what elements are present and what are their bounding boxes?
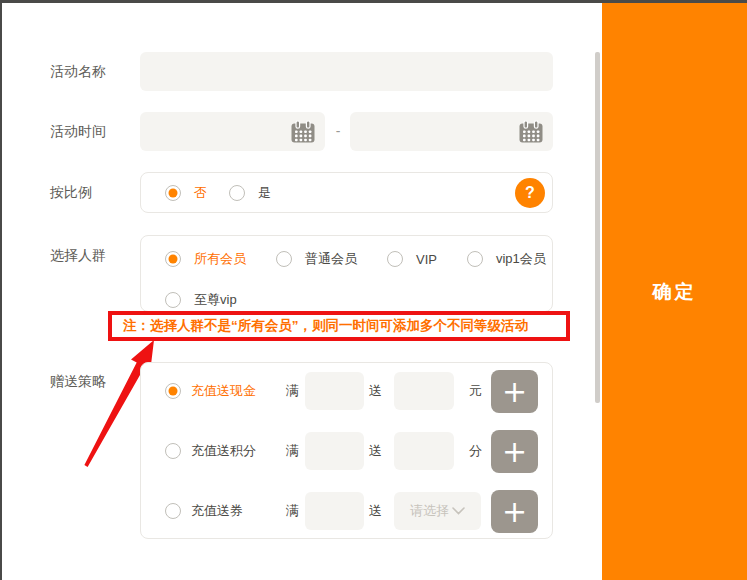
threshold-prefix-label: 满	[286, 489, 299, 533]
radio-selected-icon[interactable]	[165, 383, 181, 399]
activity-name-input[interactable]	[140, 52, 553, 91]
radio-icon[interactable]	[229, 185, 245, 201]
radio-option-label: 否	[194, 184, 207, 202]
radio-icon[interactable]	[387, 251, 403, 267]
unit-label: 分	[469, 429, 482, 473]
crowd-options-row-2: 至尊vip	[165, 288, 552, 312]
radio-option-label: 所有会员	[194, 250, 246, 268]
date-range-separator: -	[325, 112, 351, 151]
by-ratio-option-no[interactable]: 否	[165, 184, 207, 202]
radio-icon[interactable]	[165, 292, 181, 308]
unit-label: 元	[469, 369, 482, 413]
chevron-down-icon	[452, 507, 465, 515]
crowd-options-row-1: 所有会员 普通会员 VIP vip1会员	[165, 247, 552, 271]
strategy-group: 充值送现金 满 送 元 + 充值送积分 满 送 分 + 充值送券	[140, 362, 553, 539]
strategy-row-coupon: 充值送券 满 送 请选择 +	[141, 489, 552, 533]
radio-icon[interactable]	[467, 251, 483, 267]
window-left-edge	[0, 0, 2, 580]
threshold-prefix-label: 满	[286, 369, 299, 413]
crowd-group: 所有会员 普通会员 VIP vip1会员 至尊vip	[140, 235, 553, 312]
radio-option-label: 充值送现金	[191, 382, 256, 400]
radio-option-label: VIP	[416, 252, 437, 267]
radio-option-label: vip1会员	[496, 250, 546, 268]
by-ratio-group: 否 是 ?	[140, 172, 553, 213]
confirm-button-label: 确定	[653, 279, 697, 305]
activity-time-label: 活动时间	[50, 123, 106, 141]
cash-threshold-input[interactable]	[305, 372, 364, 410]
calendar-icon	[290, 120, 316, 144]
cash-give-input[interactable]	[394, 372, 454, 410]
start-date-input[interactable]	[140, 112, 325, 151]
give-label: 送	[369, 429, 382, 473]
activity-name-label: 活动名称	[50, 63, 106, 81]
radio-icon[interactable]	[165, 503, 181, 519]
give-label: 送	[369, 489, 382, 533]
add-points-rule-button[interactable]: +	[491, 430, 538, 473]
end-date-input[interactable]	[350, 112, 553, 151]
add-cash-rule-button[interactable]: +	[491, 370, 538, 413]
strategy-option-cash[interactable]: 充值送现金	[165, 382, 256, 400]
scrollbar-thumb[interactable]	[595, 52, 600, 403]
radio-selected-icon[interactable]	[165, 251, 181, 267]
radio-option-label: 至尊vip	[194, 291, 237, 309]
by-ratio-label: 按比例	[50, 184, 92, 202]
crowd-option-supreme-vip[interactable]: 至尊vip	[165, 291, 237, 309]
strategy-label: 赠送策略	[50, 373, 106, 391]
radio-option-label: 充值送券	[191, 502, 243, 520]
strategy-option-points[interactable]: 充值送积分	[165, 442, 256, 460]
crowd-option-all-members[interactable]: 所有会员	[165, 250, 246, 268]
strategy-option-coupon[interactable]: 充值送券	[165, 502, 243, 520]
crowd-option-vip[interactable]: VIP	[387, 251, 437, 267]
radio-icon[interactable]	[276, 251, 292, 267]
note-text: 注：选择人群不是“所有会员”，则同一时间可添加多个不同等级活动	[112, 317, 528, 335]
crowd-option-normal-members[interactable]: 普通会员	[276, 250, 357, 268]
add-coupon-rule-button[interactable]: +	[491, 490, 538, 533]
help-icon[interactable]: ?	[515, 178, 545, 208]
radio-icon[interactable]	[165, 443, 181, 459]
points-give-input[interactable]	[394, 432, 454, 470]
coupon-select-placeholder: 请选择	[410, 502, 449, 520]
radio-selected-icon[interactable]	[165, 185, 181, 201]
radio-option-label: 是	[258, 184, 271, 202]
radio-option-label: 充值送积分	[191, 442, 256, 460]
crowd-label: 选择人群	[50, 247, 106, 265]
coupon-threshold-input[interactable]	[305, 492, 364, 530]
give-label: 送	[369, 369, 382, 413]
calendar-icon	[518, 120, 544, 144]
coupon-select[interactable]: 请选择	[394, 492, 481, 530]
threshold-prefix-label: 满	[286, 429, 299, 473]
points-threshold-input[interactable]	[305, 432, 364, 470]
radio-option-label: 普通会员	[305, 250, 357, 268]
crowd-option-vip1[interactable]: vip1会员	[467, 250, 546, 268]
strategy-row-points: 充值送积分 满 送 分 +	[141, 429, 552, 473]
by-ratio-option-yes[interactable]: 是	[229, 184, 271, 202]
note-highlight-box: 注：选择人群不是“所有会员”，则同一时间可添加多个不同等级活动	[108, 311, 570, 341]
strategy-row-cash: 充值送现金 满 送 元 +	[141, 369, 552, 413]
recharge-activity-dialog: 活动名称 活动时间 - 按比例	[0, 0, 747, 580]
confirm-button[interactable]: 确定	[602, 3, 747, 580]
